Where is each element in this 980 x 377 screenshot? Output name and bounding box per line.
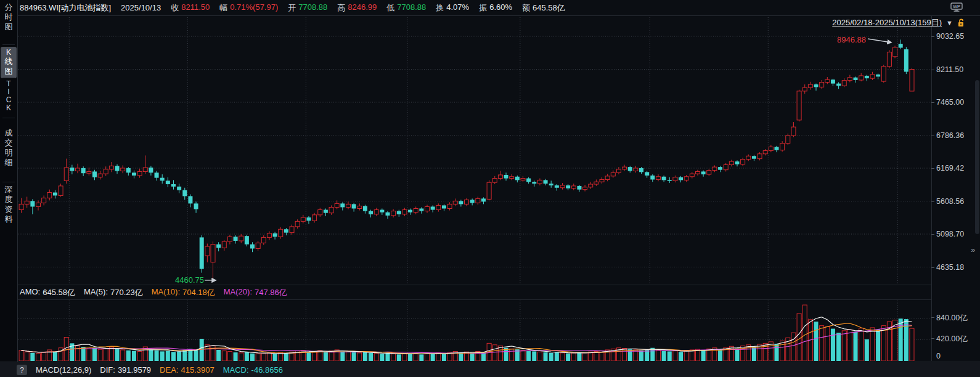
sidebar-item-char: K	[0, 104, 17, 112]
axis-tick	[931, 168, 934, 169]
trade-date: 2025/10/13	[121, 3, 161, 12]
axis-tick	[931, 102, 934, 103]
symbol-title: 884963.WI[动力电池指数]	[20, 2, 111, 14]
axis-tick	[931, 267, 934, 268]
text: 645.58亿	[43, 287, 75, 298]
axis-tick	[931, 317, 934, 318]
sidebar-item-char: 线	[1, 57, 17, 67]
text: MACD:	[223, 365, 249, 375]
status-field: DEA:415.3907	[160, 365, 214, 375]
volume-chart[interactable]	[18, 300, 931, 361]
low-annotation: 4460.75	[155, 275, 204, 285]
axis-separator	[931, 16, 932, 361]
status-field: MACD:-46.8656	[223, 365, 283, 375]
field-value: 8211.50	[181, 2, 210, 14]
field-value: 8246.99	[348, 2, 377, 14]
app-window: 分时图K线图TICK成交明细深度资料 884963.WI[动力电池指数] 202…	[0, 0, 980, 377]
sidebar: 分时图K线图TICK成交明细深度资料	[0, 0, 18, 362]
field-label: 换	[436, 2, 444, 14]
wp-monitor-icon[interactable]: WP	[950, 2, 963, 12]
axis-tick	[931, 201, 934, 202]
quote-fields: 收8211.50幅0.71%(57.97)开7708.88高8246.99低77…	[171, 2, 565, 14]
quote-field-换: 换4.07%	[436, 2, 469, 14]
high-annotation: 8946.88	[804, 35, 866, 44]
field-value: 0.71%(57.97)	[230, 2, 278, 14]
volume-indicator-row: AMO:645.58亿MA(5):770.23亿MA(10):704.18亿MA…	[20, 287, 287, 298]
sidebar-item-char: 分	[0, 2, 17, 12]
sidebar-item-char: 料	[0, 214, 17, 224]
pane-divider-bottom	[18, 299, 931, 300]
field-label: 低	[386, 2, 394, 14]
axis-tick	[931, 338, 934, 339]
text: 391.9579	[118, 365, 151, 375]
sidebar-item-char: 交	[0, 138, 17, 148]
axis-tick	[931, 136, 934, 136]
text: 770.23亿	[110, 287, 143, 298]
range-selector: 2025/02/18-2025/10/13(159日) ▼	[832, 17, 965, 28]
price-axis-label: 5098.70	[936, 230, 964, 238]
quote-field-低: 低7708.88	[386, 2, 426, 14]
sidebar-item-TICK[interactable]: TICK	[0, 80, 17, 112]
sidebar-item-分时图[interactable]: 分时图	[0, 2, 17, 32]
quote-field-振: 振6.60%	[479, 2, 512, 14]
title-bar: 884963.WI[动力电池指数] 2025/10/13 收8211.50幅0.…	[18, 0, 980, 16]
field-label: 收	[171, 2, 179, 14]
text: 415.3907	[181, 365, 214, 375]
candlestick-chart[interactable]	[18, 16, 931, 285]
volume-axis-label: 0	[936, 352, 941, 360]
field-value: 4.07%	[446, 2, 469, 14]
field-label: 幅	[219, 2, 227, 14]
quote-field-高: 高8246.99	[337, 2, 377, 14]
unlock-icon[interactable]	[957, 18, 965, 27]
sidebar-item-K线图[interactable]: K线图	[1, 47, 17, 78]
sidebar-item-char: 细	[0, 158, 17, 168]
volume-ma-label: MA(10):704.18亿	[152, 287, 215, 298]
axis-tick	[931, 70, 934, 70]
volume-ma-label: MA(5):770.23亿	[84, 287, 143, 298]
text: -46.8656	[251, 365, 283, 375]
text: MA(5):	[84, 287, 108, 298]
price-axis-label: 4635.18	[936, 263, 964, 272]
text: AMO:	[20, 287, 40, 298]
indicator-values: DIF:391.9579DEA:415.3907MACD:-46.8656	[100, 365, 283, 375]
axis-tick	[931, 234, 934, 235]
text: 704.18亿	[182, 287, 215, 298]
volume-axis-label: 840.00亿	[936, 313, 968, 323]
quote-field-幅: 幅0.71%(57.97)	[219, 2, 278, 14]
price-axis-label: 7465.00	[936, 98, 964, 107]
sidebar-item-char: 图	[0, 22, 17, 32]
field-value: 645.58亿	[533, 2, 565, 14]
field-label: 开	[288, 2, 296, 14]
sidebar-item-char: 图	[1, 67, 17, 76]
sidebar-divider	[2, 44, 15, 45]
sidebar-item-char: 度	[0, 195, 17, 205]
text: MA(20):	[224, 287, 252, 298]
sidebar-item-char: 时	[0, 12, 17, 22]
date-range-link[interactable]: 2025/02/18-2025/10/13(159日)	[832, 17, 942, 28]
status-field: DIF:391.9579	[100, 365, 151, 375]
field-label: 高	[337, 2, 345, 14]
chevron-down-icon[interactable]: ▼	[946, 19, 953, 26]
vertical-scrollbar[interactable]	[975, 80, 979, 234]
sidebar-item-深度资料[interactable]: 深度资料	[0, 185, 17, 224]
sidebar-item-char: 深	[0, 185, 17, 195]
field-label: 振	[479, 2, 487, 14]
price-axis-label: 6786.36	[936, 131, 964, 140]
price-axis-label: 6169.42	[936, 164, 964, 172]
more-indicator[interactable]: »	[971, 245, 975, 254]
chart-region: 2025/02/18-2025/10/13(159日) ▼ 8946.88 44…	[18, 16, 980, 361]
volume-ma-label: AMO:645.58亿	[20, 287, 75, 298]
price-axis-label: 8211.50	[936, 65, 963, 74]
indicator-name[interactable]: MACD(12,26,9)	[36, 365, 91, 375]
text: DIF:	[100, 365, 115, 375]
pane-divider-top	[18, 285, 931, 285]
sidebar-item-char: 资	[0, 205, 17, 214]
status-bar: ? MACD(12,26,9) DIF:391.9579DEA:415.3907…	[0, 362, 980, 377]
field-value: 7708.88	[397, 2, 426, 14]
help-button[interactable]: ?	[17, 365, 27, 375]
field-value: 7708.88	[298, 2, 327, 14]
sidebar-item-成交明细[interactable]: 成交明细	[0, 128, 17, 168]
field-value: 6.60%	[489, 2, 512, 14]
text: MA(10):	[152, 287, 180, 298]
axis-tick	[931, 36, 934, 37]
